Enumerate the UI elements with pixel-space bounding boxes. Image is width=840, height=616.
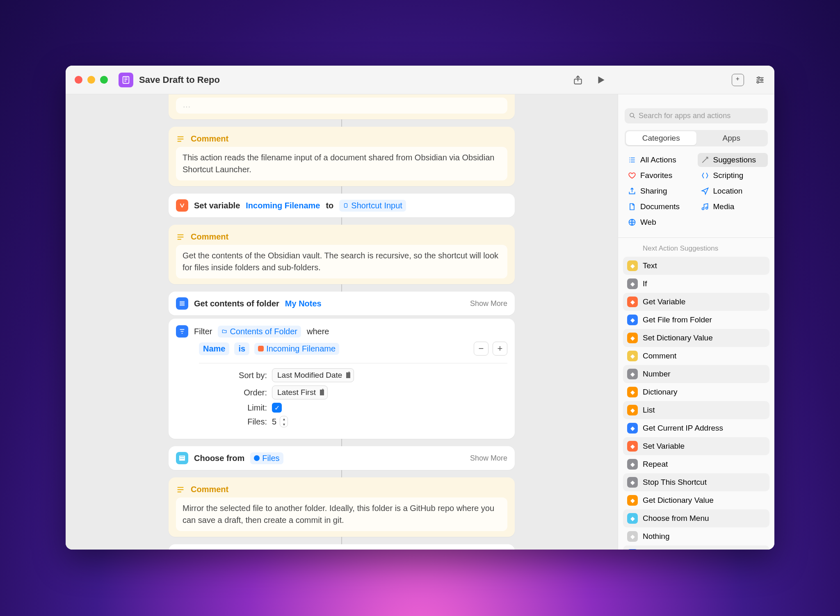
category-scripting[interactable]: Scripting [698,169,768,183]
svg-point-10 [630,113,634,117]
connector [341,186,342,194]
connector [341,217,342,225]
set-variable-action[interactable]: Set variable Incoming Filename to Shortc… [169,194,515,217]
filter-criteria-row[interactable]: Name is Incoming Filename − + [199,342,507,363]
comment-text[interactable]: Mirror the selected file to another fold… [176,497,507,531]
suggestion-text[interactable]: ◆Text [623,257,769,275]
suggestion-choose-from-menu[interactable]: ◆Choose from Menu [623,509,769,527]
category-all-actions[interactable]: All Actions [625,153,695,167]
files-token[interactable]: Files [250,452,283,464]
workflow-canvas[interactable]: … Comment This action reads the filename… [66,94,618,550]
category-documents[interactable]: Documents [625,200,695,214]
list-icon [628,156,636,164]
sortby-label: Sort by: [199,371,267,380]
category-web[interactable]: Web [625,215,695,229]
category-favorites[interactable]: Favorites [625,169,695,183]
category-media[interactable]: Media [698,200,768,214]
shortcut-input-token[interactable]: Shortcut Input [339,200,406,212]
zoom-button[interactable] [100,76,108,84]
suggestion-comment[interactable]: ◆Comment [623,347,769,365]
comment-text[interactable]: Get the contents of the Obsidian vault. … [176,245,507,278]
suggestion-set-variable[interactable]: ◆Set Variable [623,437,769,455]
category-sharing[interactable]: Sharing [625,184,695,198]
category-suggestions[interactable]: Suggestions [698,153,768,167]
action-label: Get contents of folder [194,299,279,308]
bracket-icon [701,171,709,180]
share-icon [628,187,636,195]
suggestion-get-current-ip-address[interactable]: ◆Get Current IP Address [623,419,769,437]
show-more-button[interactable]: Show More [470,454,507,463]
shortcut-app-icon [119,73,133,87]
comment-label: Comment [191,232,228,242]
get-folder-contents-action[interactable]: Get contents of folder My Notes Show Mor… [169,292,515,315]
library-icon[interactable] [732,74,744,86]
run-icon[interactable] [596,75,606,85]
suggestion-get-dictionary-value[interactable]: ◆Get Dictionary Value [623,491,769,509]
action-icon: ◆ [627,459,638,470]
segment-apps[interactable]: Apps [696,131,767,145]
music-icon [701,203,709,211]
filter-field[interactable]: Name [199,342,229,355]
comment-card[interactable]: Comment Mirror the selected file to anot… [169,477,515,537]
filter-label: Filter [194,327,212,336]
filter-operator[interactable]: is [234,342,249,355]
sortby-select[interactable]: Last Modified Date▴▾ [272,368,354,382]
svg-point-3 [761,79,762,80]
connector [341,439,342,446]
category-location[interactable]: Location [698,184,768,198]
connector [341,470,342,477]
comment-card[interactable]: Comment This action reads the filename i… [169,127,515,186]
filter-files-action[interactable]: Filter Contents of Folder where Name is … [169,319,515,439]
suggestion-set-dictionary-value[interactable]: ◆Set Dictionary Value [623,329,769,347]
folder-token[interactable]: My Notes [285,299,322,308]
toolbar-actions [573,75,606,85]
files-value[interactable]: 5 [272,417,276,427]
comment-label: Comment [191,485,228,494]
choose-from-list-action[interactable]: Choose from Files Show More [169,446,515,470]
folder-icon [176,297,188,310]
add-criteria-button[interactable]: + [493,342,507,356]
action-icon: ◆ [627,351,638,361]
doc-icon [628,203,636,211]
close-button[interactable] [75,76,82,84]
action-label: Set variable [194,201,240,210]
folder-token-icon [221,329,227,334]
action-icon: ◆ [627,495,638,506]
suggestion-get-file-from-folder[interactable]: ◆Get File from Folder [623,311,769,329]
suggestion-if[interactable]: ◆If [623,275,769,293]
suggestion-get-variable[interactable]: ◆Get Variable [623,293,769,311]
suggestion-list[interactable]: ◆List [623,401,769,419]
suggestion-dictionary[interactable]: ◆Dictionary [623,383,769,401]
files-stepper[interactable]: ▴▾ [280,416,288,427]
save-file-action[interactable]: Save Chosen Item to Show More [169,544,515,550]
comment-text[interactable]: This action reads the filename input of … [176,147,507,180]
show-more-button[interactable]: Show More [470,299,507,308]
library-segment: Categories Apps [625,130,768,146]
order-select[interactable]: Latest First▴▾ [272,386,328,399]
svg-rect-5 [345,203,347,207]
files-label: Files: [199,417,267,427]
suggestion-repeat[interactable]: ◆Repeat [623,455,769,473]
limit-checkbox[interactable]: ✓ [272,403,282,413]
comment-card-truncated[interactable]: … [169,94,515,119]
remove-criteria-button[interactable]: − [474,342,488,356]
minimize-button[interactable] [87,76,95,84]
shortcut-title[interactable]: Save Draft to Repo [139,75,220,85]
filter-value-token[interactable]: Incoming Filename [254,343,339,355]
action-icon: ◆ [627,477,638,488]
suggestion-nothing[interactable]: ◆Nothing [623,527,769,545]
segment-categories[interactable]: Categories [626,131,696,145]
action-icon: ◆ [627,278,638,289]
variable-name-token[interactable]: Incoming Filename [246,201,320,210]
filter-target-token[interactable]: Contents of Folder [218,326,301,338]
share-icon[interactable] [573,75,583,85]
action-label: Choose from [194,454,244,463]
search-input[interactable] [625,108,768,123]
order-label: Order: [199,388,267,397]
suggestion-number[interactable]: ◆Number [623,365,769,383]
suggestions-list: ◆Text◆If◆Get Variable◆Get File from Fold… [618,257,774,550]
comment-card[interactable]: Comment Get the contents of the Obsidian… [169,225,515,284]
settings-sliders-icon[interactable] [755,75,765,85]
suggestion-stop-this-shortcut[interactable]: ◆Stop This Shortcut [623,473,769,491]
suggestion-create-folder[interactable]: ◆Create Folder [623,545,769,550]
